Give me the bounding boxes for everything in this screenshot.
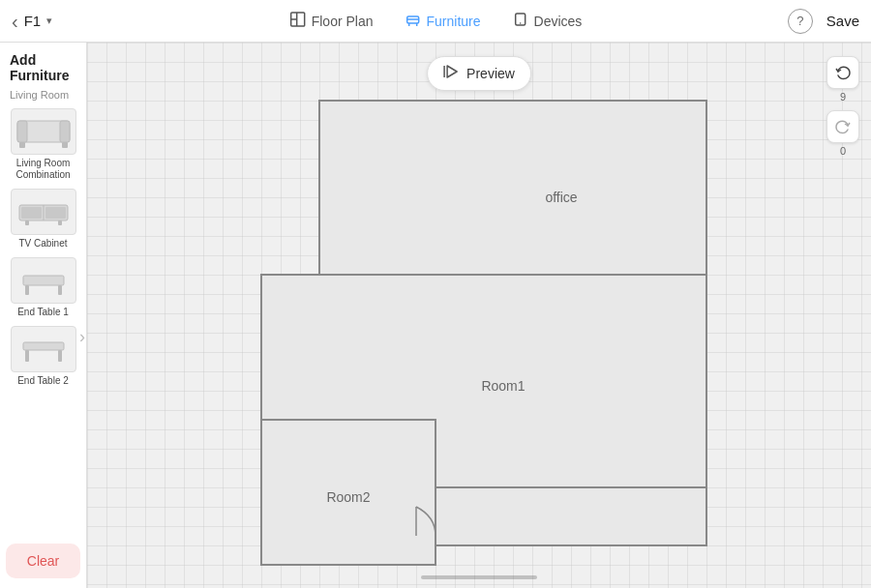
furniture-thumb-end-table-2 bbox=[11, 326, 76, 372]
redo-count: 0 bbox=[840, 145, 846, 157]
bottom-bar bbox=[87, 567, 871, 588]
furniture-icon bbox=[404, 11, 421, 32]
top-bar-nav: Floor Plan Furniture Devices bbox=[274, 5, 598, 38]
tab-devices[interactable]: Devices bbox=[496, 5, 598, 38]
furniture-name-end-table-1: End Table 1 bbox=[17, 307, 69, 318]
sidebar-scroll-arrow[interactable]: › bbox=[79, 327, 85, 347]
svg-rect-17 bbox=[45, 207, 66, 219]
furniture-item-end-table-2[interactable]: End Table 2 bbox=[6, 326, 80, 387]
svg-rect-12 bbox=[19, 142, 25, 148]
devices-icon bbox=[512, 11, 529, 32]
tab-devices-label: Devices bbox=[534, 14, 583, 29]
save-button[interactable]: Save bbox=[826, 13, 859, 29]
floor-label[interactable]: F1 bbox=[24, 13, 42, 29]
floorplan-icon bbox=[289, 11, 307, 32]
help-button[interactable]: ? bbox=[788, 9, 813, 34]
home-indicator bbox=[421, 575, 537, 579]
svg-rect-16 bbox=[21, 207, 42, 219]
furniture-item-tv-cabinet[interactable]: TV Cabinet bbox=[6, 189, 80, 250]
svg-point-8 bbox=[520, 22, 522, 24]
sidebar: Add Furniture Living Room Living Room Co… bbox=[0, 43, 87, 588]
furniture-item-end-table-1[interactable]: End Table 1 bbox=[6, 257, 80, 318]
sidebar-title: Add Furniture bbox=[6, 52, 80, 83]
svg-rect-13 bbox=[62, 142, 68, 148]
sidebar-section-label: Living Room bbox=[6, 89, 80, 101]
furniture-name-end-table-2: End Table 2 bbox=[17, 375, 69, 387]
canvas-controls: 9 0 bbox=[826, 56, 859, 162]
svg-text:Room2: Room2 bbox=[326, 489, 370, 505]
floorplan-svg: office Room1 Room2 bbox=[87, 43, 871, 588]
svg-text:office: office bbox=[545, 190, 577, 205]
svg-rect-25 bbox=[58, 350, 62, 362]
tab-floorplan[interactable]: Floor Plan bbox=[274, 5, 389, 38]
furniture-thumb-end-table-1 bbox=[11, 257, 76, 304]
undo-count: 9 bbox=[840, 91, 846, 103]
svg-rect-22 bbox=[58, 285, 62, 295]
furniture-name-living-room-combo: Living Room Combination bbox=[6, 158, 80, 181]
svg-rect-18 bbox=[25, 220, 29, 225]
preview-label: Preview bbox=[466, 66, 515, 81]
top-bar: ‹ F1 ▾ Floor Plan bbox=[0, 0, 871, 43]
top-bar-left: ‹ F1 ▾ bbox=[12, 12, 89, 31]
tab-floorplan-label: Floor Plan bbox=[312, 14, 374, 29]
svg-rect-19 bbox=[58, 220, 62, 225]
furniture-name-tv-cabinet: TV Cabinet bbox=[18, 238, 67, 250]
svg-rect-11 bbox=[60, 121, 70, 142]
back-button[interactable]: ‹ bbox=[12, 12, 18, 31]
svg-rect-21 bbox=[25, 285, 29, 295]
svg-rect-24 bbox=[25, 350, 29, 362]
tab-furniture[interactable]: Furniture bbox=[388, 5, 496, 38]
svg-marker-26 bbox=[447, 66, 457, 77]
svg-marker-33 bbox=[436, 487, 706, 545]
svg-rect-20 bbox=[23, 276, 64, 285]
undo-button[interactable] bbox=[826, 56, 859, 89]
furniture-item-living-room-combo[interactable]: Living Room Combination bbox=[6, 108, 80, 181]
redo-button[interactable] bbox=[826, 110, 859, 143]
clear-button[interactable]: Clear bbox=[6, 544, 80, 578]
floor-chevron[interactable]: ▾ bbox=[46, 15, 52, 27]
svg-rect-23 bbox=[23, 342, 64, 350]
svg-text:Room1: Room1 bbox=[481, 378, 525, 394]
preview-icon bbox=[443, 63, 461, 84]
preview-button[interactable]: Preview bbox=[427, 56, 531, 91]
tab-furniture-label: Furniture bbox=[426, 14, 480, 29]
svg-rect-10 bbox=[17, 121, 27, 142]
main-layout: Add Furniture Living Room Living Room Co… bbox=[0, 43, 871, 588]
top-bar-right: ? Save bbox=[788, 9, 859, 34]
furniture-thumb-living-room-combo bbox=[11, 108, 76, 155]
canvas-area: Preview 9 0 bbox=[87, 43, 871, 588]
furniture-thumb-tv-cabinet bbox=[11, 189, 76, 235]
